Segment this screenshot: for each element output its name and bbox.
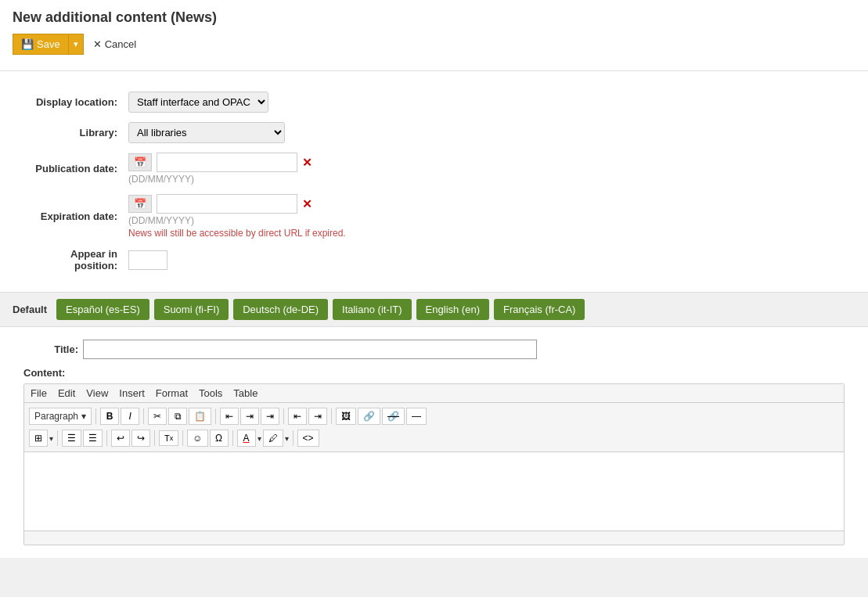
editor-menubar: File Edit View Insert Format Tools Table	[24, 384, 844, 403]
copy-button[interactable]: ⧉	[168, 408, 187, 425]
separator-6	[57, 430, 58, 446]
save-icon: 💾	[21, 38, 34, 50]
separator-2	[143, 408, 144, 424]
align-left-button[interactable]: ⇤	[220, 408, 239, 425]
highlight-button[interactable]: 🖊	[263, 430, 283, 447]
content-field-label: Content:	[23, 367, 845, 379]
appear-position-label: Appear in position:	[70, 248, 117, 272]
align-center-button[interactable]: ⇥	[240, 408, 259, 425]
editor-body[interactable]	[24, 452, 844, 530]
table-dropdown-icon: ▾	[49, 434, 53, 443]
publication-date-clear[interactable]: ✕	[302, 156, 312, 170]
toolbar: 💾 Save ▾ ✕ Cancel	[13, 34, 855, 55]
italic-button[interactable]: I	[121, 408, 139, 425]
page-title: New additional content (News)	[13, 9, 855, 26]
indent-button[interactable]: ⇥	[308, 408, 327, 425]
menu-file[interactable]: File	[31, 387, 47, 399]
position-row: Appear in position:	[23, 243, 845, 276]
separator-7	[106, 430, 107, 446]
publication-date-label: Publication date:	[23, 148, 125, 189]
source-button[interactable]: <>	[297, 430, 319, 447]
library-row: Library: All libraries Library A Library…	[23, 117, 845, 148]
clear-format-button[interactable]: Tx	[159, 430, 178, 446]
editor-statusbar	[24, 530, 844, 545]
tab-francais[interactable]: Français (fr-CA)	[494, 299, 585, 320]
position-input[interactable]	[128, 250, 167, 270]
title-row: Title:	[23, 340, 845, 359]
separator-5	[331, 408, 332, 424]
display-location-row: Display location: Staff interface and OP…	[23, 87, 845, 117]
separator-3	[215, 408, 216, 424]
undo-button[interactable]: ↩	[111, 430, 130, 447]
editor-toolbar: Paragraph ▾ B I ✂ ⧉ 📋 ⇤ ⇥ ⇥ ⇤ ⇥ 🖼 🔗	[24, 403, 844, 452]
menu-tools[interactable]: Tools	[199, 387, 222, 399]
save-button[interactable]: 💾 Save	[13, 34, 68, 55]
separator-4	[283, 408, 284, 424]
menu-insert[interactable]: Insert	[119, 387, 145, 399]
display-location-select[interactable]: Staff interface and OPAC Staff interface…	[128, 92, 268, 113]
unlink-button[interactable]: 🔗	[382, 408, 405, 425]
library-cell: All libraries Library A Library B	[125, 117, 845, 148]
paragraph-select[interactable]: Paragraph ▾	[29, 408, 92, 425]
bold-button[interactable]: B	[100, 408, 119, 425]
expiration-date-row: Expiration date: 📅 ✕ (DD/MM/YYYY) News w…	[23, 189, 845, 243]
tab-suomi[interactable]: Suomi (fi-FI)	[154, 299, 229, 320]
cancel-label: Cancel	[105, 38, 136, 50]
form-table: Display location: Staff interface and OP…	[23, 87, 845, 276]
paragraph-dropdown-icon: ▾	[81, 411, 86, 422]
expiration-date-note: News will still be accessible by direct …	[128, 228, 841, 239]
editor-wrapper: File Edit View Insert Format Tools Table…	[23, 383, 845, 545]
menu-edit[interactable]: Edit	[58, 387, 75, 399]
tab-italiano[interactable]: Italiano (it-IT)	[333, 299, 412, 320]
toolbar-row-2: ⊞ ▾ ☰ ☰ ↩ ↪ Tx ☺ Ω A ▾ 🖊 ▾ <>	[29, 428, 839, 448]
position-cell	[125, 243, 845, 276]
publication-date-row: Publication date: 📅 ✕ (DD/MM/YYYY)	[23, 148, 845, 189]
tab-english[interactable]: English (en)	[416, 299, 489, 320]
tabs-default-label: Default	[13, 304, 47, 315]
separator-10	[232, 430, 233, 446]
menu-table[interactable]: Table	[233, 387, 258, 399]
display-location-cell: Staff interface and OPAC Staff interface…	[125, 87, 845, 117]
numbered-list-button[interactable]: ☰	[83, 430, 103, 447]
display-location-label: Display location:	[23, 87, 125, 117]
align-right-button[interactable]: ⇥	[261, 408, 279, 425]
outdent-button[interactable]: ⇤	[288, 408, 307, 425]
link-button[interactable]: 🔗	[358, 408, 380, 425]
publication-date-icon-btn[interactable]: 📅	[128, 153, 152, 171]
table-button[interactable]: ⊞	[29, 430, 48, 447]
position-label: Appear in position:	[23, 243, 125, 276]
separator-1	[95, 408, 96, 424]
tab-espanol[interactable]: Español (es-ES)	[56, 299, 149, 320]
hr-button[interactable]: —	[406, 408, 427, 425]
save-dropdown-button[interactable]: ▾	[68, 34, 84, 55]
expiration-date-input[interactable]	[157, 194, 297, 214]
publication-date-input[interactable]	[157, 153, 297, 172]
emoji-button[interactable]: ☺	[187, 430, 207, 447]
font-color-dropdown-icon: ▾	[258, 434, 261, 443]
menu-format[interactable]: Format	[156, 387, 188, 399]
expiration-date-clear[interactable]: ✕	[302, 197, 312, 211]
cancel-button[interactable]: ✕ Cancel	[87, 34, 142, 54]
expiration-date-wrap: 📅 ✕	[128, 194, 841, 214]
library-select[interactable]: All libraries Library A Library B	[128, 122, 285, 143]
expiration-date-hint: (DD/MM/YYYY)	[128, 215, 841, 226]
toolbar-row-1: Paragraph ▾ B I ✂ ⧉ 📋 ⇤ ⇥ ⇥ ⇤ ⇥ 🖼 🔗	[29, 406, 839, 426]
language-tabs-section: Default Español (es-ES) Suomi (fi-FI) De…	[0, 292, 868, 327]
title-input[interactable]	[83, 340, 537, 359]
publication-date-cell: 📅 ✕ (DD/MM/YYYY)	[125, 148, 845, 189]
image-button[interactable]: 🖼	[336, 408, 356, 425]
paste-button[interactable]: 📋	[189, 408, 211, 425]
separator-11	[293, 430, 294, 446]
tab-deutsch[interactable]: Deutsch (de-DE)	[233, 299, 328, 320]
font-color-button[interactable]: A	[237, 430, 256, 447]
main-content: Display location: Staff interface and OP…	[0, 71, 868, 292]
publication-date-wrap: 📅 ✕	[128, 153, 841, 172]
page-header: New additional content (News) 💾 Save ▾ ✕…	[0, 0, 868, 71]
separator-9	[182, 430, 183, 446]
special-char-button[interactable]: Ω	[210, 430, 229, 447]
menu-view[interactable]: View	[86, 387, 108, 399]
bullet-list-button[interactable]: ☰	[62, 430, 81, 447]
redo-button[interactable]: ↪	[131, 430, 150, 447]
expiration-date-icon-btn[interactable]: 📅	[128, 195, 152, 213]
cut-button[interactable]: ✂	[148, 408, 167, 425]
